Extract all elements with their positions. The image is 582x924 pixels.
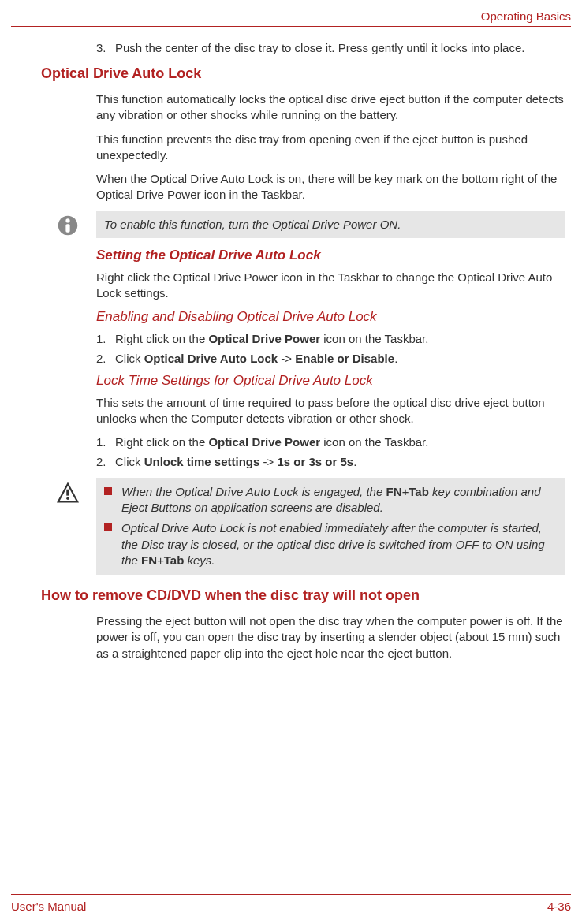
paragraph: This sets the amount of time required to… (96, 395, 565, 427)
svg-rect-4 (66, 490, 69, 496)
svg-point-5 (66, 497, 69, 500)
page-footer: User's Manual 4-36 (11, 894, 571, 913)
bullet-square-icon (104, 523, 112, 531)
footer-page-number: 4-36 (547, 900, 571, 913)
bullet-item: When the Optical Drive Auto Lock is enga… (104, 484, 557, 516)
heading-remove-cddvd: How to remove CD/DVD when the disc tray … (41, 587, 565, 604)
list-item-step3: 3. Push the center of the disc tray to c… (96, 41, 565, 54)
paragraph: This function prevents the disc tray fro… (96, 132, 565, 164)
svg-point-1 (65, 218, 69, 222)
svg-rect-2 (65, 224, 69, 233)
heading-lock-time: Lock Time Settings for Optical Drive Aut… (96, 373, 565, 389)
paragraph: Right click the Optical Drive Power icon… (96, 270, 565, 302)
note-callout: To enable this function, turn the Optica… (96, 211, 565, 238)
list-item: 1. Right click on the Optical Drive Powe… (96, 331, 565, 347)
step-number: 2. (96, 454, 115, 470)
paragraph: When the Optical Drive Auto Lock is on, … (96, 171, 565, 203)
footer-rule (11, 894, 571, 895)
list-item: 2. Click Optical Drive Auto Lock -> Enab… (96, 351, 565, 367)
step-number: 2. (96, 351, 115, 367)
paragraph: Pressing the eject button will not open … (96, 613, 565, 661)
step-text: Click Unlock time settings -> 1s or 3s o… (115, 454, 356, 470)
info-icon (57, 214, 79, 240)
heading-optical-auto-lock: Optical Drive Auto Lock (41, 65, 565, 82)
page-content: 3. Push the center of the disc tray to c… (11, 41, 571, 661)
step-text: Push the center of the disc tray to clos… (115, 41, 524, 54)
step-number: 1. (96, 434, 115, 450)
step-text: Right click on the Optical Drive Power i… (115, 434, 428, 450)
step-text: Right click on the Optical Drive Power i… (115, 331, 428, 347)
heading-setting-auto-lock: Setting the Optical Drive Auto Lock (96, 248, 565, 263)
note-text: To enable this function, turn the Optica… (104, 218, 401, 231)
step-number: 3. (96, 41, 115, 54)
step-number: 1. (96, 331, 115, 347)
caution-callout: When the Optical Drive Auto Lock is enga… (96, 478, 565, 575)
bullet-text: Optical Drive Auto Lock is not enabled i… (121, 520, 557, 568)
bullet-text: When the Optical Drive Auto Lock is enga… (121, 484, 557, 516)
header-section-label: Operating Basics (11, 9, 571, 26)
step-text: Click Optical Drive Auto Lock -> Enable … (115, 351, 397, 367)
caution-icon (57, 482, 79, 509)
footer-manual-label: User's Manual (11, 900, 86, 913)
list-item: 2. Click Unlock time settings -> 1s or 3… (96, 454, 565, 470)
heading-enable-disable: Enabling and Disabling Optical Drive Aut… (96, 309, 565, 325)
bullet-square-icon (104, 487, 112, 495)
bullet-item: Optical Drive Auto Lock is not enabled i… (104, 520, 557, 568)
paragraph: This function automatically locks the op… (96, 91, 565, 124)
header-rule (11, 26, 571, 27)
list-item: 1. Right click on the Optical Drive Powe… (96, 434, 565, 450)
